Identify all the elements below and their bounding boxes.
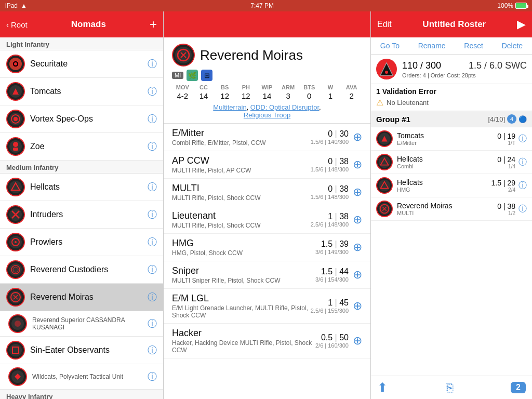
weapon-row: Hacker Hacker, Hacking Device MULTI Rifl… [164, 324, 370, 358]
list-item[interactable]: Intruders ⓘ [0, 201, 163, 229]
cost-main: 1 | 45 [311, 298, 349, 308]
copy-button[interactable]: ⎘ [446, 380, 453, 395]
list-item[interactable]: Vortex Spec-Ops ⓘ [0, 105, 163, 133]
cost-sub: 3/6 | 154/300 [315, 276, 349, 283]
info-button[interactable]: ⓘ [518, 180, 527, 191]
weapon-desc: MULTI Sniper Rifle, Pistol, Shock CCW [172, 277, 315, 284]
group-count-text: [4/10] [488, 115, 505, 123]
roster-item[interactable]: Reverend Moiras MULTI 0 | 38 1/2 ⓘ [371, 197, 532, 221]
info-button[interactable]: ⓘ [148, 58, 157, 70]
weapon-row: MULTI MULTI Rifle, Pistol, Shock CCW 0 |… [164, 179, 370, 206]
info-button[interactable]: ⓘ [148, 263, 157, 276]
info-button[interactable]: ⓘ [518, 157, 527, 168]
reset-button[interactable]: Reset [460, 41, 487, 51]
info-button[interactable]: ⓘ [518, 204, 527, 215]
back-chevron-icon: ‹ [6, 20, 9, 29]
add-weapon-button[interactable]: ⊕ [353, 299, 362, 313]
multiterrain-link[interactable]: Multiterrain [213, 103, 246, 111]
roster-item-cost-main: 1.5 | 29 [491, 179, 515, 187]
info-button[interactable]: ⓘ [148, 208, 157, 221]
validation-message: No Lieutenant [387, 99, 429, 107]
weapon-desc: Combi Rifle, E/Mitter, Pistol, CCW [172, 139, 311, 147]
roster-item-cost-sub: 1/2 [497, 210, 515, 216]
add-weapon-button[interactable]: ⊕ [353, 334, 362, 348]
weapon-info: AP CCW MULTI Rifle, Pistol, AP CCW [172, 155, 311, 174]
weapon-desc: MULTI Rifle, Pistol, Shock CCW [172, 194, 311, 202]
cost-sub: 2/6 | 160/300 [315, 342, 349, 349]
info-button[interactable]: ⓘ [148, 344, 157, 356]
roster-item-name: Hellcats [397, 155, 497, 163]
back-label: Root [11, 20, 28, 29]
add-weapon-button[interactable]: ⊕ [353, 185, 362, 199]
list-item[interactable]: Reverend Custodiers ⓘ [0, 256, 163, 284]
edit-button[interactable]: Edit [377, 20, 392, 29]
roster-item-info: Tomcats E/Mitter [397, 131, 497, 146]
unit-icon-large [172, 44, 195, 66]
roster-item[interactable]: Tomcats E/Mitter 0 | 19 1/T ⓘ [371, 127, 532, 151]
add-weapon-button[interactable]: ⊕ [353, 130, 362, 144]
cost-nums: 1.5 | 39 3/6 | 149/300 [315, 240, 349, 255]
weapon-desc: MULTI Rifle, Pistol, Shock CCW [172, 222, 311, 229]
info-button[interactable]: ⓘ [148, 140, 157, 153]
roster-item-cost: 0 | 19 1/T [497, 132, 515, 146]
add-button[interactable]: + [150, 17, 157, 32]
cost-nums: 1 | 38 2.5/6 | 148/300 [311, 212, 349, 228]
cost-main: 0 | 30 [311, 129, 349, 139]
unit-name: Zoe [30, 142, 148, 151]
stat-headers: MOV CC BS PH WIP ARM BTS W AVA [172, 84, 362, 90]
cost-main: 1.5 | 44 [315, 267, 349, 276]
add-weapon-button[interactable]: ⊕ [353, 268, 362, 282]
info-button[interactable]: ⓘ [148, 181, 157, 193]
weapon-info: MULTI MULTI Rifle, Pistol, Shock CCW [172, 183, 311, 202]
roster-item-name: Reverend Moiras [397, 202, 497, 210]
unit-icon [8, 314, 27, 333]
left-panel: ‹ Root Nomads + Light Infantry Securitat… [0, 11, 164, 399]
goto-button[interactable]: Go To [376, 41, 404, 51]
info-button[interactable]: ⓘ [148, 113, 157, 125]
list-item[interactable]: Prowlers ⓘ [0, 229, 163, 256]
unit-name: Reverend Moiras [30, 292, 148, 302]
stat-values: 4-2 14 12 12 14 3 0 1 2 [172, 91, 362, 100]
roster-item-sub: HMG [397, 187, 491, 193]
roster-item-icon [376, 201, 393, 217]
right-header: Edit Untitled Roster ▶ [371, 11, 532, 37]
list-item[interactable]: Tomcats ⓘ [0, 78, 163, 105]
roster-item[interactable]: Hellcats Combi 0 | 24 1/4 ⓘ [371, 151, 532, 174]
add-weapon-button[interactable]: ⊕ [353, 241, 362, 254]
info-button[interactable]: ⓘ [518, 134, 527, 144]
odd-link[interactable]: ODD: Optical Disruptor [250, 103, 319, 111]
list-item[interactable]: Wildcats, Polyvalent Tactical Unit ⓘ [0, 364, 163, 390]
roster-item-sub: Combi [397, 163, 497, 169]
list-item[interactable]: Sin-Eater Observants ⓘ [0, 337, 163, 364]
unit-name: Hellcats [30, 182, 148, 192]
roster-item-icon [376, 154, 393, 170]
next-button[interactable]: ▶ [517, 18, 526, 31]
roster-item[interactable]: Hellcats HMG 1.5 | 29 2/4 ⓘ [371, 174, 532, 197]
list-item[interactable]: Hellcats ⓘ [0, 174, 163, 201]
list-item[interactable]: Reverend Superior CASSANDRA KUSANAGI ⓘ [0, 311, 163, 337]
rename-button[interactable]: Rename [414, 41, 450, 51]
religious-troop-link[interactable]: Religious Troop [244, 111, 290, 119]
add-weapon-button[interactable]: ⊕ [353, 213, 362, 227]
info-button[interactable]: ⓘ [148, 236, 157, 248]
info-button[interactable]: ⓘ [148, 370, 157, 383]
delete-button[interactable]: Delete [498, 41, 527, 51]
list-item[interactable]: Zoe ⓘ [0, 133, 163, 161]
weapon-info: Sniper MULTI Sniper Rifle, Pistol, Shock… [172, 265, 315, 284]
roster-item-info: Hellcats Combi [397, 155, 497, 169]
validation-error: 1 Validation Error ⚠ No Lieutenant [371, 84, 532, 111]
info-button[interactable]: ⓘ [148, 291, 157, 303]
unit-icon [6, 288, 25, 307]
unit-name: Reverend Superior CASSANDRA KUSANAGI [32, 316, 148, 331]
group-title: Group #1 [376, 115, 410, 124]
unit-name: Prowlers [30, 237, 148, 247]
list-item[interactable]: Securitate ⓘ [0, 50, 163, 78]
info-button[interactable]: ⓘ [148, 85, 157, 98]
list-item-selected[interactable]: Reverend Moiras ⓘ [0, 284, 163, 311]
back-button[interactable]: ‹ Root [6, 20, 28, 29]
cost-main: 0.5 | 50 [315, 333, 349, 342]
add-weapon-button[interactable]: ⊕ [353, 158, 362, 171]
info-button[interactable]: ⓘ [148, 317, 157, 330]
share-button[interactable]: ⬆ [377, 380, 388, 395]
mid-content: Reverend Moiras MI 🌿 ⊞ MOV CC BS PH WIP … [164, 37, 370, 399]
